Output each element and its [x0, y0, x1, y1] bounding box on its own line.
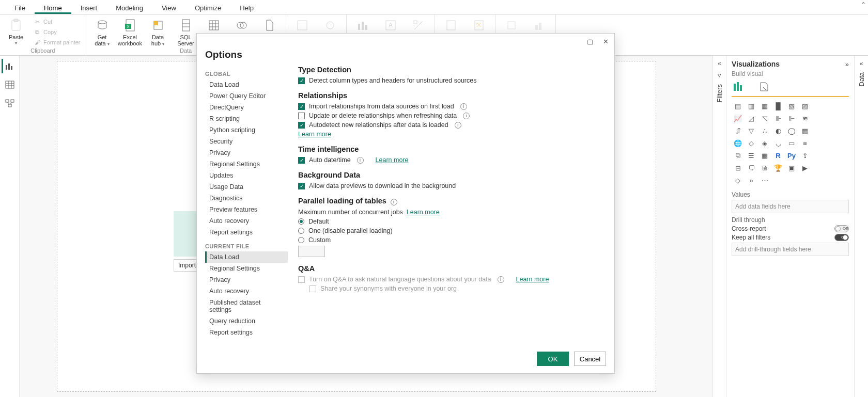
map-icon[interactable]: 🌐	[732, 137, 744, 149]
key-influencers-icon[interactable]: ⇪	[799, 150, 811, 161]
menu-optimize[interactable]: Optimize	[185, 1, 230, 14]
kpi-icon[interactable]: ⧉	[732, 150, 744, 161]
ribbon-chart-icon[interactable]: ≋	[799, 113, 811, 124]
treemap-icon[interactable]: ▦	[799, 125, 811, 136]
build-visual-tab[interactable]	[732, 81, 747, 93]
link-learn-more-parallel[interactable]: Learn more	[407, 209, 440, 216]
clustered-bar-icon[interactable]: ▦	[758, 100, 771, 112]
maximize-icon[interactable]: ▢	[585, 37, 595, 46]
get-data-button[interactable]: Getdata ▾	[89, 17, 115, 47]
nav-global-diagnostics[interactable]: Diagnostics	[205, 193, 288, 204]
expand-left-icon[interactable]: «	[860, 60, 863, 67]
close-icon[interactable]: ✕	[601, 37, 610, 46]
table-icon[interactable]: ▦	[758, 150, 771, 161]
chk-auto-date-time[interactable]: ✓Auto date/timei Learn more	[298, 156, 603, 164]
nav-global-privacy[interactable]: Privacy	[205, 147, 288, 158]
qa-visual-icon[interactable]: 🗨	[745, 162, 757, 173]
donut-icon[interactable]: ◯	[785, 125, 798, 136]
chk-update-relationships[interactable]: Update or delete relationships when refr…	[298, 112, 603, 119]
data-collapsed-pane[interactable]: « Data	[855, 56, 868, 397]
info-icon[interactable]: i	[460, 103, 467, 110]
line-clustered-column-icon[interactable]: ⊩	[785, 113, 798, 124]
info-icon[interactable]: i	[455, 122, 461, 129]
info-icon[interactable]: i	[391, 199, 397, 205]
link-learn-more-relationships[interactable]: Learn more	[298, 131, 331, 138]
nav-global-python-scripting[interactable]: Python scripting	[205, 124, 288, 136]
data-hub-button[interactable]: Datahub ▾	[145, 17, 171, 47]
radio-parallel-default[interactable]: Default	[298, 218, 603, 225]
nav-global-security[interactable]: Security	[205, 136, 288, 147]
data-view-button[interactable]	[3, 77, 17, 92]
clustered-column-icon[interactable]: █	[772, 100, 784, 112]
nav-global-report-settings[interactable]: Report settings	[205, 227, 288, 238]
format-visual-tab[interactable]	[756, 81, 772, 93]
menu-home[interactable]: Home	[35, 1, 71, 14]
stacked-column100-icon[interactable]: ▨	[799, 100, 811, 112]
nav-global-data-load[interactable]: Data Load	[205, 79, 288, 90]
stacked-column-icon[interactable]: ▥	[745, 100, 757, 112]
card-icon[interactable]: ▭	[785, 137, 798, 149]
stacked-bar100-icon[interactable]: ▧	[785, 100, 798, 112]
stacked-bar-icon[interactable]: ▤	[732, 100, 744, 112]
stacked-area-icon[interactable]: ◹	[758, 113, 771, 124]
multi-row-card-icon[interactable]: ≡	[799, 137, 811, 149]
line-stacked-column-icon[interactable]: ⊪	[772, 113, 784, 124]
excel-workbook-button[interactable]: X Excelworkbook	[117, 17, 143, 46]
nav-current-query-reduction[interactable]: Query reduction	[205, 315, 288, 327]
chk-allow-previews-background[interactable]: ✓Allow data previews to download in the …	[298, 182, 603, 189]
menu-help[interactable]: Help	[230, 1, 263, 14]
radio-parallel-one[interactable]: One (disable parallel loading)	[298, 227, 603, 234]
chk-detect-column-types[interactable]: ✓Detect column types and headers for uns…	[298, 77, 603, 84]
link-learn-more-time[interactable]: Learn more	[376, 156, 409, 164]
nav-global-power-query[interactable]: Power Query Editor	[205, 90, 288, 102]
info-icon[interactable]: i	[463, 113, 470, 119]
info-icon[interactable]: i	[357, 157, 364, 164]
nav-global-preview-features[interactable]: Preview features	[205, 204, 288, 215]
nav-current-auto-recovery[interactable]: Auto recovery	[205, 285, 288, 297]
expand-right-icon[interactable]: »	[845, 60, 849, 68]
r-visual-icon[interactable]: R	[772, 150, 784, 161]
expand-left-icon[interactable]: «	[718, 60, 721, 67]
menu-insert[interactable]: Insert	[71, 1, 107, 14]
link-learn-more-qa[interactable]: Learn more	[516, 276, 549, 283]
nav-current-report-settings[interactable]: Report settings	[205, 327, 288, 338]
ribbon-collapse-icon[interactable]: ⌃	[861, 1, 866, 8]
nav-global-r-scripting[interactable]: R scripting	[205, 113, 288, 124]
gauge-icon[interactable]: ◡	[772, 137, 784, 149]
nav-global-directquery[interactable]: DirectQuery	[205, 102, 288, 113]
ok-button[interactable]: OK	[537, 352, 569, 366]
arrow-icon[interactable]: »	[745, 174, 757, 186]
power-apps-icon[interactable]: ▣	[785, 162, 798, 173]
nav-global-auto-recovery[interactable]: Auto recovery	[205, 215, 288, 227]
nav-global-updates[interactable]: Updates	[205, 170, 288, 181]
scatter-icon[interactable]: ∴	[758, 125, 771, 136]
menu-modeling[interactable]: Modeling	[106, 1, 152, 14]
sql-server-button[interactable]: SQLServer	[173, 17, 199, 46]
smart-narrative-icon[interactable]: 🗎	[758, 162, 771, 173]
python-visual-icon[interactable]: Py	[785, 150, 798, 161]
info-icon[interactable]: i	[498, 276, 504, 283]
chk-autodetect-relationships[interactable]: ✓Autodetect new relationships after data…	[298, 121, 603, 129]
drillthrough-dropzone[interactable]: Add drill-through fields here	[732, 243, 849, 256]
power-automate-icon[interactable]: ▶	[799, 162, 811, 173]
funnel-chart-icon[interactable]: ▽	[745, 125, 757, 136]
slicer-icon[interactable]: ☰	[745, 150, 757, 161]
model-view-button[interactable]	[3, 96, 17, 110]
line-chart-icon[interactable]: 📈	[732, 113, 744, 124]
nav-current-privacy[interactable]: Privacy	[205, 274, 288, 285]
filled-map-icon[interactable]: ◇	[745, 137, 757, 149]
chk-import-relationships[interactable]: ✓Import relationships from data sources …	[298, 103, 603, 110]
azure-map-icon[interactable]: ◈	[758, 137, 771, 149]
more-visuals-icon[interactable]: ⋯	[758, 174, 771, 186]
values-dropzone[interactable]: Add data fields here	[732, 200, 849, 213]
nav-global-regional[interactable]: Regional Settings	[205, 158, 288, 170]
menu-file[interactable]: File	[5, 1, 35, 14]
nav-current-regional[interactable]: Regional Settings	[205, 263, 288, 274]
report-view-button[interactable]	[2, 59, 16, 73]
decomposition-tree-icon[interactable]: ⊟	[732, 162, 744, 173]
nav-global-usage-data[interactable]: Usage Data	[205, 181, 288, 193]
area-chart-icon[interactable]: ◿	[745, 113, 757, 124]
custom-jobs-input[interactable]	[298, 246, 325, 257]
menu-view[interactable]: View	[152, 1, 185, 14]
nav-current-data-load[interactable]: Data Load	[205, 251, 288, 263]
